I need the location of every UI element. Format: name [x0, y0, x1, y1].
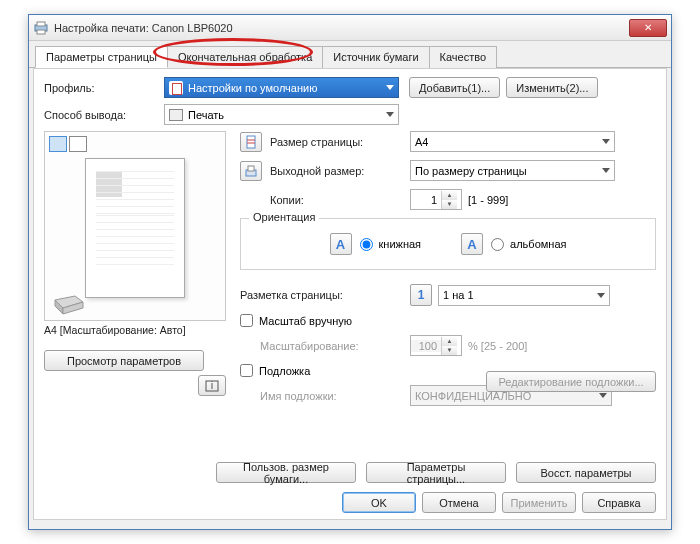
tab-content: Профиль: Настройки по умолчанию Добавить…	[33, 68, 667, 520]
portrait-icon[interactable]: A	[330, 233, 352, 255]
copies-spinner[interactable]: ▲▼	[410, 189, 462, 210]
page-size-icon[interactable]	[240, 132, 262, 152]
orientation-legend: Ориентация	[249, 211, 319, 223]
output-dropdown[interactable]: Печать	[164, 104, 399, 125]
layout-label: Разметка страницы:	[240, 289, 410, 301]
add-profile-button[interactable]: Добавить(1)...	[409, 77, 500, 98]
watermark-label: Подложка	[259, 365, 310, 377]
chevron-down-icon	[602, 168, 610, 173]
chevron-down-icon	[599, 393, 607, 398]
tab-finishing[interactable]: Окончательная обработка	[167, 46, 323, 68]
manual-scale-label: Масштаб вручную	[259, 315, 352, 327]
svg-rect-8	[247, 136, 255, 148]
titlebar: Настройка печати: Canon LBP6020 ✕	[29, 15, 671, 41]
watermark-checkbox[interactable]	[240, 364, 253, 377]
page-size-dropdown[interactable]: A4	[410, 131, 615, 152]
scaling-label: Масштабирование:	[260, 340, 410, 352]
profile-label: Профиль:	[44, 82, 164, 94]
close-button[interactable]: ✕	[629, 19, 667, 37]
spin-up-icon: ▲	[442, 337, 457, 346]
profile-icon	[169, 81, 183, 95]
output-size-icon[interactable]	[240, 161, 262, 181]
tab-bar: Параметры страницы Окончательная обработ…	[29, 41, 671, 68]
apply-button: Применить	[502, 492, 576, 513]
edit-watermark-button: Редактирование подложки...	[486, 371, 656, 392]
preview-tool-page[interactable]	[49, 136, 67, 152]
preview-tool-printer[interactable]	[69, 136, 87, 152]
copies-range: [1 - 999]	[468, 194, 508, 206]
spin-up-icon[interactable]: ▲	[442, 191, 457, 200]
preview-caption: A4 [Масштабирование: Авто]	[44, 324, 226, 336]
printer-small-icon	[169, 109, 183, 121]
landscape-radio[interactable]	[491, 238, 504, 251]
help-button[interactable]: Справка	[582, 492, 656, 513]
svg-text:i: i	[211, 380, 213, 391]
landscape-label: альбомная	[510, 238, 566, 250]
page-preview	[85, 158, 185, 298]
portrait-label: книжная	[379, 238, 422, 250]
layout-icon[interactable]: 1	[410, 284, 432, 306]
preview-info-button[interactable]: i	[198, 375, 226, 396]
chevron-down-icon	[386, 85, 394, 90]
scaling-spinner: ▲▼	[410, 335, 462, 356]
page-options-button[interactable]: Параметры страницы...	[366, 462, 506, 483]
scaling-input	[411, 340, 441, 352]
print-settings-window: Настройка печати: Canon LBP6020 ✕ Параме…	[28, 14, 672, 530]
tab-quality[interactable]: Качество	[429, 46, 498, 68]
portrait-radio[interactable]	[360, 238, 373, 251]
spin-down-icon[interactable]: ▼	[442, 200, 457, 209]
scaling-range: % [25 - 200]	[468, 340, 527, 352]
edit-profile-button[interactable]: Изменить(2)...	[506, 77, 598, 98]
copies-label: Копии:	[270, 194, 410, 206]
chevron-down-icon	[597, 293, 605, 298]
custom-paper-size-button[interactable]: Пользов. размер бумаги...	[216, 462, 356, 483]
restore-defaults-button[interactable]: Восст. параметры	[516, 462, 656, 483]
output-label: Способ вывода:	[44, 109, 164, 121]
layout-dropdown[interactable]: 1 на 1	[438, 285, 610, 306]
chevron-down-icon	[602, 139, 610, 144]
spin-down-icon: ▼	[442, 346, 457, 355]
cancel-button[interactable]: Отмена	[422, 492, 496, 513]
profile-dropdown[interactable]: Настройки по умолчанию	[164, 77, 399, 98]
printer-3d-icon	[51, 290, 87, 316]
printer-icon	[33, 20, 49, 36]
svg-rect-1	[37, 22, 45, 26]
output-value: Печать	[188, 109, 224, 121]
preview-panel	[44, 131, 226, 321]
chevron-down-icon	[386, 112, 394, 117]
output-size-dropdown[interactable]: По размеру страницы	[410, 160, 615, 181]
ok-button[interactable]: OK	[342, 492, 416, 513]
window-title: Настройка печати: Canon LBP6020	[54, 22, 629, 34]
copies-input[interactable]	[411, 194, 441, 206]
profile-value: Настройки по умолчанию	[188, 82, 317, 94]
tab-paper-source[interactable]: Источник бумаги	[322, 46, 429, 68]
svg-rect-2	[37, 30, 45, 34]
view-params-button[interactable]: Просмотр параметров	[44, 350, 204, 371]
landscape-icon[interactable]: A	[461, 233, 483, 255]
svg-rect-10	[248, 166, 254, 171]
watermark-name-label: Имя подложки:	[260, 390, 410, 402]
page-size-label: Размер страницы:	[270, 136, 410, 148]
output-size-label: Выходной размер:	[270, 165, 410, 177]
tab-page-params[interactable]: Параметры страницы	[35, 46, 168, 68]
manual-scale-checkbox[interactable]	[240, 314, 253, 327]
orientation-fieldset: Ориентация A книжная A альбомная	[240, 218, 656, 270]
